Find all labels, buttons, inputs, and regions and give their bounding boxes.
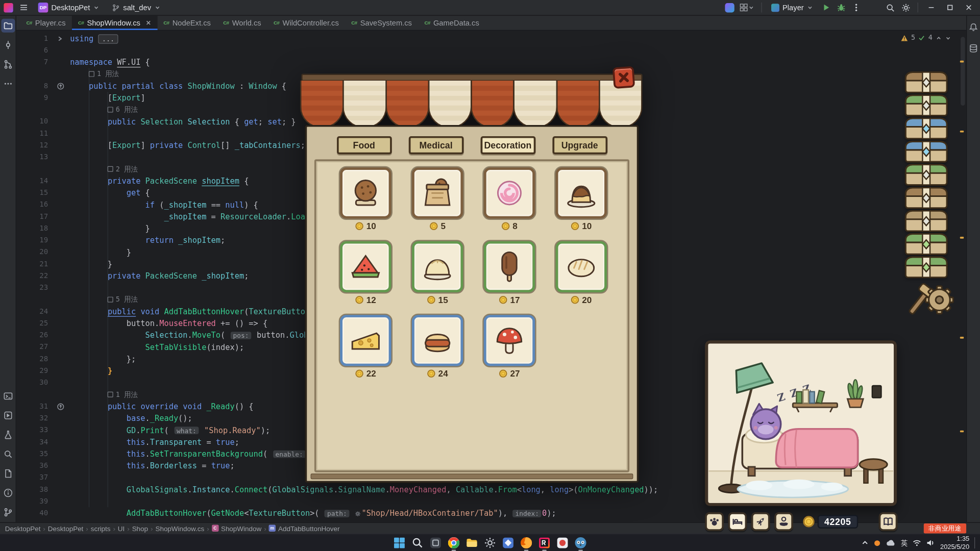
code-text[interactable]: using ... [70,33,966,44]
taskbar-app-firefox[interactable] [519,535,533,550]
shop-close-button[interactable] [612,66,635,89]
shop-item-bread[interactable] [556,241,607,292]
pet-button-hand-coin[interactable] [774,512,793,531]
breadcrumb-item[interactable]: DesktopPet [48,524,84,532]
volume-icon[interactable] [926,539,935,547]
taskbar-app-app-dark[interactable] [428,535,443,550]
shop-item-watermelon[interactable] [340,241,391,292]
shop-item-popsicle[interactable] [484,241,535,292]
treasure-chest[interactable] [904,232,949,257]
shop-item-pudding[interactable] [556,167,607,218]
notifications-bell-icon[interactable] [967,20,980,34]
database-tool-icon[interactable] [967,41,980,55]
treasure-chest[interactable] [904,139,949,164]
input-language-indicator[interactable]: 英 [901,538,908,547]
tab-close-icon[interactable] [145,20,151,26]
shop-tab-medical[interactable]: Medical [408,136,463,155]
breadcrumb-item[interactable]: scripts [91,524,111,532]
minimize-button[interactable] [924,3,939,13]
shop-item-cheese[interactable] [340,315,391,366]
problems-info-icon[interactable] [1,486,15,500]
network-icon[interactable] [913,539,921,547]
scrollbar-warning-mark[interactable] [960,431,964,433]
shop-item-swirl-candy[interactable] [484,167,535,218]
files-tool-icon[interactable] [1,467,15,481]
scrollbar-warning-mark[interactable] [960,337,964,339]
ai-assistant-icon[interactable] [725,3,734,12]
shop-item-hot-dog[interactable] [412,315,463,366]
project-selector[interactable]: DP DesktopPet [34,1,103,13]
taskbar-app-search[interactable] [410,535,425,550]
code-lens-usages[interactable]: 1 用法 [108,389,138,400]
search-tool-icon[interactable] [1,447,15,461]
main-menu-icon[interactable] [18,2,30,13]
taskbar-clock[interactable]: 1:35 2025/5/20 [940,535,969,551]
more-tools-icon[interactable] [1,77,15,91]
tab-wildcontroller-cs[interactable]: WildController.cs [267,16,345,30]
taskbar-app-godot[interactable] [573,535,588,550]
code-lens-usages[interactable]: 5 用法 [108,294,138,306]
pet-room[interactable]: Z Z Z [705,340,897,506]
shop-item-dumpling[interactable] [412,241,463,292]
tab-player-cs[interactable]: Player.cs [20,16,72,30]
project-tool-icon[interactable] [1,19,15,33]
debug-button[interactable] [836,2,847,13]
pet-button-rocket[interactable] [751,512,770,531]
show-desktop-button[interactable] [974,537,976,548]
shop-item-mushroom[interactable] [484,315,535,366]
taskbar-app-settings[interactable] [482,535,497,550]
settings-gear[interactable] [904,276,960,321]
tab-nodeext-cs[interactable]: NodeExt.cs [157,16,217,30]
tray-app-orange-icon[interactable] [874,539,880,546]
breadcrumb-item[interactable]: ShopWindow.cs [155,524,204,532]
code-text[interactable] [70,44,966,56]
tests-tool-icon[interactable] [1,428,15,442]
breadcrumb-item[interactable]: AddTabButtonHover [278,524,340,532]
pet-button-bed[interactable] [728,512,747,531]
shop-item-cookie[interactable] [340,167,391,218]
git-tool-icon[interactable] [1,506,15,519]
commit-tool-icon[interactable] [1,38,15,52]
services-tool-icon[interactable] [1,409,15,422]
treasure-chest[interactable] [904,209,949,234]
shop-tab-upgrade[interactable]: Upgrade [552,136,607,155]
search-everywhere-icon[interactable] [885,2,896,13]
settings-icon[interactable] [900,2,912,13]
inventory-button[interactable] [879,512,898,531]
run-config-selector[interactable]: Player [768,2,817,13]
code-lens-usages[interactable]: 2 用法 [108,163,138,175]
code-lens-usages[interactable]: 6 用法 [108,104,138,115]
terminal-tool-icon[interactable] [1,389,15,403]
override-gutter-icon[interactable] [54,80,70,92]
shop-tab-food[interactable]: Food [336,136,391,155]
code-lens-usages[interactable]: 1 用法 [89,68,119,80]
treasure-chest[interactable] [904,162,949,187]
taskbar-app-app-blue[interactable] [501,535,516,550]
breadcrumb-item[interactable]: ShopWindow [221,524,261,532]
scrollbar-warning-mark[interactable] [960,61,964,63]
vcs-branch-selector[interactable]: salt_dev [108,2,164,13]
more-actions-icon[interactable] [851,2,862,13]
maximize-button[interactable] [943,3,958,13]
tab-savesystem-cs[interactable]: SaveSystem.cs [345,16,418,30]
taskbar-app-chrome[interactable] [446,535,461,550]
onedrive-cloud-icon[interactable] [886,539,896,547]
tab-shopwindow-cs[interactable]: ShopWindow.cs [72,16,157,30]
treasure-chest[interactable] [904,255,949,280]
close-button[interactable] [961,3,976,13]
taskbar-app-explorer[interactable] [464,535,479,550]
shop-tab-decoration[interactable]: Decoration [480,136,535,155]
treasure-chest[interactable] [904,93,949,118]
treasure-chest[interactable] [904,116,949,141]
tool-windows-icon[interactable] [738,2,755,13]
structure-tool-icon[interactable] [1,58,15,71]
tab-world-cs[interactable]: World.cs [217,16,267,30]
taskbar-app-rider[interactable] [537,535,552,550]
fold-gutter-icon[interactable] [54,33,70,44]
taskbar-app-app-red[interactable] [555,535,570,550]
treasure-chest[interactable] [904,186,949,211]
shop-item-snack-bag[interactable] [412,167,463,218]
inspections-widget[interactable]: 5 4 [900,34,951,42]
taskbar-app-start[interactable] [392,535,407,550]
editor-scrollbar[interactable] [961,37,965,106]
